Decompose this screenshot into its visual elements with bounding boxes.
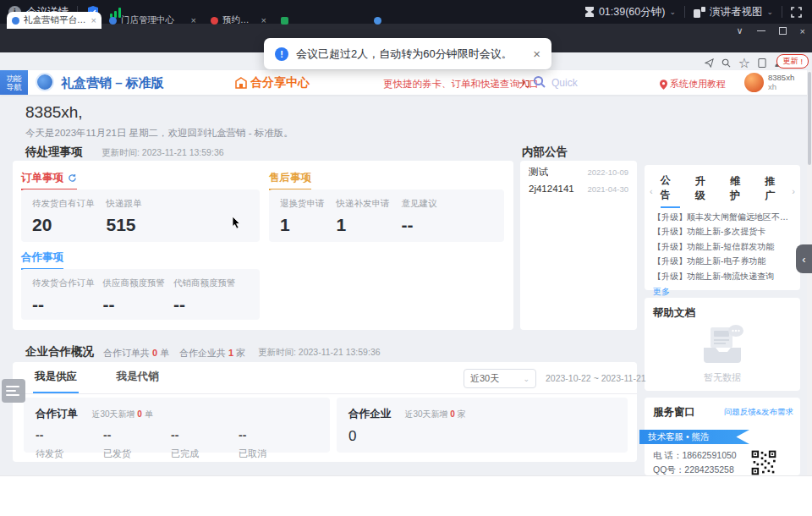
toast-close-icon[interactable]: × <box>533 47 540 61</box>
stat-column: 待发货自有订单 20 <box>32 198 95 242</box>
window-controls: ∨ × <box>737 25 806 36</box>
stat-column: 退换货申请 1 <box>280 198 325 242</box>
address-bar-icons: ☆ <box>705 55 783 71</box>
quick-entry-tip: 更快捷的券卡、订单和快递查询入口 <box>383 78 539 91</box>
zoom-icon[interactable] <box>721 56 731 71</box>
window-close-icon[interactable]: × <box>800 26 805 36</box>
tab-supplier[interactable]: 我是供应 <box>33 362 79 393</box>
tab-favicon <box>109 17 117 25</box>
refresh-icon[interactable] <box>68 173 77 183</box>
coop-stats-panel: 待发货合作订单 -- 供应商额度预警 -- 代销商额度预警 -- <box>21 269 260 320</box>
chrome-update-button[interactable]: 更新! <box>776 54 809 69</box>
coop-order-card-title: 合作订单 <box>36 407 78 421</box>
notice-item[interactable]: 【升级】功能上新-多次提货卡 <box>645 223 800 239</box>
stat-column: --已取消 <box>239 428 306 460</box>
coop-items-tab[interactable]: 合作事项 <box>21 250 63 270</box>
send-icon[interactable] <box>705 56 714 71</box>
fullscreen-icon[interactable] <box>791 7 802 18</box>
stat-column: --待发货 <box>36 428 103 460</box>
tab-favicon <box>12 17 19 25</box>
qr-code <box>744 450 783 479</box>
stat-column: 待发货合作订单 -- <box>32 277 95 320</box>
reading-list-icon[interactable] <box>758 56 766 71</box>
view-mode-selector[interactable]: 演讲者视图 ⌄ <box>694 5 773 19</box>
stat-column: 快递跟单 515 <box>107 198 142 242</box>
notice-tab-upgrade[interactable]: 升级 <box>695 174 715 207</box>
coop-tabs: 我是供应 我是代销 <box>13 362 637 394</box>
floating-list-widget[interactable] <box>2 379 25 403</box>
stat-column: 意见建议 -- <box>402 198 437 242</box>
aftersale-stats-panel: 退换货申请 1 快递补发申请 1 意见建议 -- <box>269 189 504 242</box>
stat-column: 供应商额度预警 -- <box>103 277 166 320</box>
tabs-prev-icon[interactable]: ‹ <box>650 186 653 196</box>
help-docs-title: 帮助文档 <box>645 298 800 321</box>
stat-column: 快递补发申请 1 <box>337 198 390 242</box>
toast-info-icon: ! <box>275 47 288 61</box>
pending-title: 待处理事项 <box>25 145 83 160</box>
service-phone: 电 话：18662591050 <box>653 450 737 462</box>
meeting-timer[interactable]: 01:39(60分钟) ⌄ <box>584 5 676 19</box>
meeting-toast: ! 会议已超过2人，自动转为60分钟限时会议。 × <box>264 38 551 69</box>
feedback-link[interactable]: 问题反馈&发布需求 <box>724 407 793 418</box>
coop-card: 我是供应 我是代销 合作订单 近30天新增 0 单 --待发货 --已发货 --… <box>13 362 637 462</box>
quick-search-icon[interactable] <box>533 75 546 91</box>
notice-tab-announce[interactable]: 公告 <box>661 173 680 208</box>
restore-icon[interactable] <box>779 27 787 35</box>
divider <box>684 6 685 18</box>
help-docs-card: 帮助文档 暂无数据 <box>645 298 800 391</box>
tab-close-icon[interactable]: × <box>261 15 266 25</box>
stat-column: --已发货 <box>103 428 171 460</box>
select-chevron-icon: ⌄ <box>523 375 529 383</box>
share-center-link[interactable]: 合分享中心 <box>235 75 310 91</box>
browser-tab-3[interactable]: 预约成功 × <box>206 12 272 29</box>
announcement-row[interactable]: 2j4124141 2021-04-30 <box>520 178 637 194</box>
browser-tab-5[interactable] <box>369 12 458 29</box>
warehouse-icon <box>235 77 247 89</box>
order-items-tab[interactable]: 订单事项 <box>21 171 77 190</box>
user-avatar[interactable] <box>744 73 764 92</box>
function-nav-toggle[interactable]: 功能 导航 <box>0 70 28 95</box>
view-dropdown-icon[interactable]: ⌄ <box>766 8 773 16</box>
announcements-card: 测试 2022-10-09 2j4124141 2021-04-30 <box>520 161 637 330</box>
quick-search-label[interactable]: Quick <box>551 77 578 89</box>
notice-item[interactable]: 【升级】功能上新-物流快递查询 <box>645 267 800 283</box>
tutorial-link[interactable]: 系统使用教程 <box>660 78 726 91</box>
pointer-hand-icon <box>518 77 529 92</box>
aftersale-items-tab[interactable]: 售后事项 <box>269 171 311 190</box>
coop-order-panel: 合作订单 近30天新增 0 单 --待发货 --已发货 --已完成 --已取消 <box>24 398 330 453</box>
tab-favicon <box>211 17 218 25</box>
coop-company-value: 0 <box>348 428 628 445</box>
browser-tab-1[interactable]: 礼盒营销平台管理中心 × <box>7 12 102 29</box>
pending-updated: 更新时间: 2023-11-21 13:59:36 <box>102 147 224 159</box>
tab-search-icon[interactable]: ∨ <box>737 25 743 36</box>
notice-item[interactable]: 【升级】功能上新-短信群发功能 <box>645 238 800 253</box>
tab-title: 礼盒营销平台管理中心 <box>24 14 86 26</box>
user-name: 8385xh xh <box>768 73 794 91</box>
scrollbar-thumb[interactable] <box>808 72 811 165</box>
tab-close-icon[interactable]: × <box>91 15 96 25</box>
timer-dropdown-icon[interactable]: ⌄ <box>669 8 676 16</box>
tab-agent[interactable]: 我是代销 <box>114 362 160 392</box>
notice-item[interactable]: 【升级】功能上新-电子券功能 <box>645 253 800 268</box>
tab-favicon <box>374 17 381 25</box>
date-range-select[interactable]: 近30天 ⌄ <box>464 369 536 388</box>
collapse-panel-button[interactable]: ‹ <box>796 244 812 273</box>
tab-close-icon[interactable]: × <box>191 15 196 25</box>
notice-item[interactable]: 【升级】顺丰发大闸蟹偏远地区不成功问... <box>645 208 800 223</box>
meeting-toolbar <box>0 475 812 516</box>
announcement-row[interactable]: 测试 2022-10-09 <box>520 161 637 178</box>
browser-tab-2[interactable]: 门店管理中心 × <box>104 12 201 29</box>
notice-tab-promo[interactable]: 推广 <box>765 174 784 207</box>
bookmark-star-icon[interactable]: ☆ <box>738 55 750 71</box>
notice-tab-maintain[interactable]: 维护 <box>730 174 749 207</box>
screen: i 会议详情 01:39(60分钟) ⌄ 演讲者视图 ⌄ 礼盒营销平台管理中心 … <box>0 0 812 516</box>
minimize-icon[interactable] <box>757 30 765 32</box>
coop-company-card-sub: 近30天新增 0 家 <box>404 409 465 419</box>
browser-tab-4[interactable] <box>276 12 365 29</box>
notice-tabs: ‹ 公告 升级 维护 推广 › <box>645 165 800 208</box>
tab-title: 门店管理中心 <box>121 14 186 26</box>
toast-message: 会议已超过2人，自动转为60分钟限时会议。 <box>296 47 513 62</box>
greeting-welcome: 今天是2023年11月21日 星期二，欢迎回到礼盒营销 - 标准版。 <box>25 127 294 140</box>
coop-company-card-title: 合作企业 <box>348 407 391 421</box>
tabs-next-icon[interactable]: › <box>792 186 795 196</box>
